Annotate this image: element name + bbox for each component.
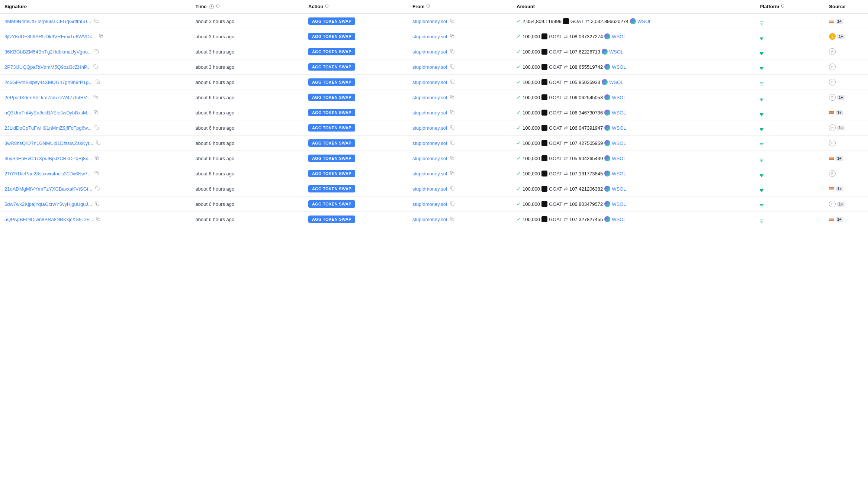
from-copy-icon[interactable] — [450, 201, 454, 206]
signature-cell: 4MM9N4mCtGTsrp89sLCFGgGdttn5U... — [0, 13, 191, 29]
amount-out: 100,000 — [523, 140, 540, 146]
from-cell: stupidmoney.sol — [408, 90, 512, 105]
token-out-label: GOAT — [549, 110, 562, 116]
from-link[interactable]: stupidmoney.sol — [412, 95, 447, 100]
goat-token-icon — [541, 49, 547, 55]
from-link[interactable]: stupidmoney.sol — [412, 64, 447, 70]
wsol-token-icon — [604, 33, 610, 39]
amount-cell: ✓ 100,000 GOAT ⇄ 106.047391947 WSOL — [512, 120, 755, 136]
action-filter-icon[interactable]: ⛉ — [325, 4, 329, 9]
from-filter-icon[interactable]: ⛉ — [426, 4, 430, 9]
from-link[interactable]: stupidmoney.sol — [412, 201, 447, 207]
wifi-platform-icon — [760, 67, 763, 70]
time-cell: about 6 hours ago — [191, 120, 303, 136]
signature-link[interactable]: 2P73iJUQQpaRtVdmM5Q9ozi3cZHhP... — [4, 64, 91, 70]
copy-icon[interactable] — [96, 217, 100, 221]
copy-icon[interactable] — [95, 186, 100, 191]
from-link[interactable]: stupidmoney.sol — [412, 125, 447, 131]
copy-icon[interactable] — [96, 80, 100, 84]
amount-in: 106.346730796 — [569, 110, 603, 116]
from-link[interactable]: stupidmoney.sol — [412, 19, 447, 24]
svg-rect-8 — [97, 81, 100, 84]
platform-cell — [755, 181, 825, 197]
signature-link[interactable]: 5QPAgBFrNDjwn8BRa8NBKxjcXS9LxF... — [4, 217, 93, 222]
from-link[interactable]: stupidmoney.sol — [412, 217, 447, 222]
copy-icon[interactable] — [93, 95, 98, 99]
signature-link[interactable]: uQ3UraTnf4yEa8ckBAEieJwDybBxsM... — [4, 110, 91, 116]
source-cell-td: 1+ — [824, 13, 868, 29]
signature-cell: 36KBGbBZM54BnTg2HdbkmaUyVgoo... — [0, 44, 191, 59]
copy-icon[interactable] — [96, 140, 100, 145]
copy-icon[interactable] — [95, 156, 99, 160]
signature-link[interactable]: 21oADMgMfVYmrTzYXCBavxaKVtSGf... — [4, 186, 92, 192]
svg-rect-12 — [96, 111, 98, 114]
token-in-label: WSOL — [612, 64, 626, 70]
copy-icon[interactable] — [94, 171, 99, 175]
source-cell-td: R 1+ — [824, 90, 868, 105]
goat-token-icon — [541, 186, 547, 192]
from-copy-icon[interactable] — [450, 19, 454, 23]
from-copy-icon[interactable] — [450, 156, 454, 160]
from-link[interactable]: stupidmoney.sol — [412, 49, 447, 55]
platform-cell — [755, 13, 825, 29]
from-link[interactable]: stupidmoney.sol — [412, 156, 447, 161]
signature-link[interactable]: 2TiYRDiePao28snxwq4ncis31Dv6Nw7... — [4, 171, 91, 176]
table-row: 2JLidDpCpTuFwH91nMmZ9jfFcFpg6w... about … — [0, 120, 868, 136]
amount-cell: ✓ 100,000 GOAT ⇄ 107.62226713 WSOL — [512, 44, 755, 59]
source-badge: 1+ — [837, 34, 844, 39]
platform-cell — [755, 197, 825, 212]
from-copy-icon[interactable] — [450, 49, 454, 54]
amount-in: 106.047391947 — [569, 125, 603, 131]
from-copy-icon[interactable] — [450, 217, 454, 221]
from-link[interactable]: stupidmoney.sol — [412, 110, 447, 116]
from-link[interactable]: stupidmoney.sol — [412, 34, 447, 39]
from-copy-icon[interactable] — [450, 140, 454, 145]
from-link[interactable]: stupidmoney.sol — [412, 186, 447, 192]
time-filter-icon[interactable]: ⛉ — [216, 4, 220, 9]
signature-link[interactable]: 3wR8hsQrDTnU3NMUjd1DfssiwZskKyt... — [4, 140, 93, 146]
copy-icon[interactable] — [94, 19, 99, 23]
signature-link[interactable]: 2c6GFvtnBxipsy4sXMQGn7gn9n9rP1g... — [4, 80, 93, 85]
signature-link[interactable]: 5dw7wx2KjpajYqtaGcrwY5vyHjguUguJ... — [4, 201, 92, 207]
from-copy-icon[interactable] — [450, 186, 454, 191]
from-link[interactable]: stupidmoney.sol — [412, 80, 447, 85]
platform-filter-icon[interactable]: ⛉ — [781, 4, 785, 9]
signature-link[interactable]: 2ePpo9X6enShLkm7m57eW477t5tRV... — [4, 95, 90, 100]
amount-out: 100,000 — [523, 95, 540, 100]
from-copy-icon[interactable] — [450, 125, 454, 130]
source-badge: 1+ — [836, 187, 843, 191]
svg-rect-27 — [451, 218, 454, 221]
copy-icon[interactable] — [99, 34, 103, 38]
signature-link[interactable]: 36KBGbBZM54BnTg2HdbkmaUyVgoo... — [4, 49, 92, 55]
copy-icon[interactable] — [93, 64, 98, 69]
copy-icon[interactable] — [94, 110, 98, 114]
copy-icon[interactable] — [95, 201, 99, 206]
copy-icon[interactable] — [94, 49, 99, 54]
signature-link[interactable]: 46yShEpHvCd7XprJBpJzCRkDPqRj8x... — [4, 156, 92, 161]
token-in-label: WSOL — [609, 80, 623, 85]
table-row: 2ePpo9X6enShLkm7m57eW477t5tRV... about 6… — [0, 90, 868, 105]
swap-icon: ⇄ — [564, 140, 568, 146]
action-badge: AGG TOKEN SWAP — [308, 63, 355, 71]
copy-icon[interactable] — [94, 125, 99, 130]
token-out-label: GOAT — [549, 125, 562, 131]
signature-link[interactable]: 3jNYKdDF3h6SRUDk9VRFmx1u6WVDk... — [4, 34, 96, 39]
from-link[interactable]: stupidmoney.sol — [412, 171, 447, 176]
goat-token-icon — [541, 79, 547, 85]
swap-icon: ⇄ — [564, 110, 568, 116]
signature-link[interactable]: 4MM9N4mCtGTsrp89sLCFGgGdttn5U... — [4, 19, 91, 24]
from-copy-icon[interactable] — [450, 64, 454, 69]
action-badge: AGG TOKEN SWAP — [308, 155, 355, 162]
action-cell: AGG TOKEN SWAP — [304, 181, 408, 197]
action-cell: AGG TOKEN SWAP — [304, 13, 408, 29]
from-copy-icon[interactable] — [450, 171, 454, 175]
signature-link[interactable]: 2JLidDpCpTuFwH91nMmZ9jfFcFpg6w... — [4, 125, 91, 131]
from-copy-icon[interactable] — [450, 34, 454, 38]
from-copy-icon[interactable] — [450, 80, 454, 84]
from-link[interactable]: stupidmoney.sol — [412, 140, 447, 146]
source-badge: 1+ — [836, 19, 843, 24]
time-cell: about 3 hours ago — [191, 59, 303, 75]
from-copy-icon[interactable] — [450, 110, 454, 114]
token-in-label: WSOL — [612, 171, 626, 176]
from-copy-icon[interactable] — [450, 95, 454, 99]
